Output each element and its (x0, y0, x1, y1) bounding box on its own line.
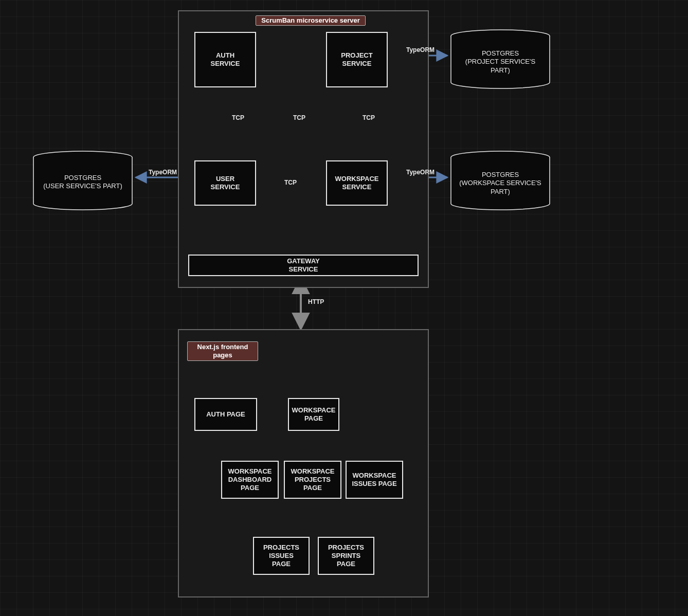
ws-issues-node: WORKSPACEISSUES PAGE (346, 461, 403, 499)
server-title: ScrumBan microservice server (256, 15, 366, 26)
workspace-service-node: WORKSPACESERVICE (326, 160, 388, 206)
label-typeorm-project: TypeORM (405, 46, 436, 53)
label-typeorm-ws: TypeORM (405, 169, 436, 176)
label-tcp-user-ws: TCP (283, 179, 298, 186)
user-service-node: USERSERVICE (194, 160, 256, 206)
workspace-page-node: WORKSPACEPAGE (288, 398, 339, 431)
proj-sprints-node: PROJECTSSPRINTSPAGE (318, 537, 374, 575)
frontend-title: Next.js frontend pages (187, 341, 258, 361)
db-workspace: POSTGRES(WORKSPACE SERVICE'SPART) (449, 150, 551, 211)
label-http: HTTP (306, 298, 325, 305)
db-workspace-label: POSTGRES(WORKSPACE SERVICE'SPART) (449, 171, 551, 196)
ws-dashboard-node: WORKSPACEDASHBOARDPAGE (221, 461, 279, 499)
label-tcp-user-project: TCP (292, 114, 307, 121)
label-typeorm-user: TypeORM (147, 169, 178, 176)
auth-service-node: AUTHSERVICE (194, 32, 256, 87)
gateway-service-node: GATEWAYSERVICE (188, 255, 419, 276)
project-service-node: PROJECTSERVICE (326, 32, 388, 87)
db-project-label: POSTGRES(PROJECT SERVICE'SPART) (449, 49, 551, 75)
ws-projects-node: WORKSPACEPROJECTSPAGE (284, 461, 341, 499)
label-tcp-auth-user: TCP (230, 114, 246, 121)
db-user-label: POSTGRES(USER SERVICE'S PART) (32, 174, 134, 191)
proj-issues-node: PROJECTSISSUESPAGE (253, 537, 310, 575)
db-project: POSTGRES(PROJECT SERVICE'SPART) (449, 29, 551, 89)
auth-page-node: AUTH PAGE (194, 398, 257, 431)
db-user: POSTGRES(USER SERVICE'S PART) (32, 150, 134, 211)
label-tcp-project-ws: TCP (361, 114, 376, 121)
